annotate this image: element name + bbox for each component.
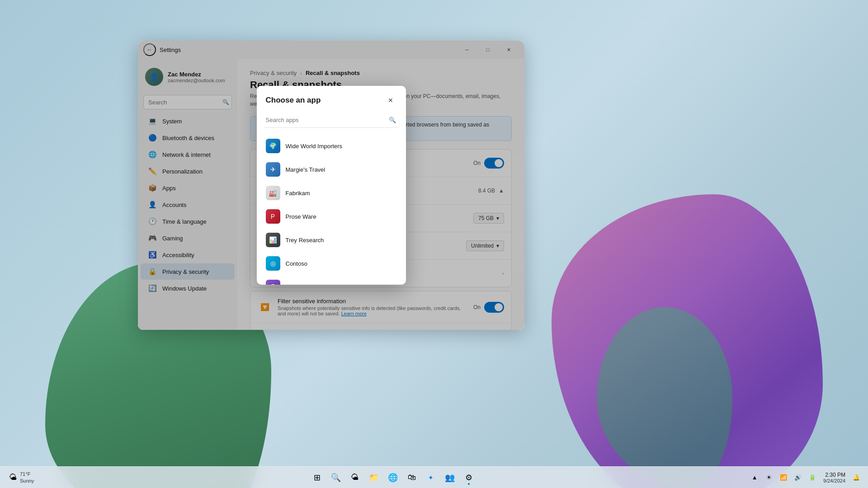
taskbar-center: ⊞ 🔍 🌤 📁 🌐 🛍 ✦ 👥 ⚙	[43, 469, 743, 486]
widgets-icon[interactable]: 🌤	[347, 469, 363, 486]
clock[interactable]: 2:30 PM 9/24/2024	[820, 472, 849, 483]
windows-start-icon[interactable]: ⊞	[309, 469, 325, 486]
app-name-tr: Trey Research	[286, 237, 324, 244]
dialog-search-input[interactable]	[264, 112, 399, 127]
app-icon-pw: P	[266, 209, 280, 224]
dialog-search-icon: 🔍	[389, 117, 396, 123]
app-item-con[interactable]: ◎ Contoso	[257, 252, 406, 275]
app-icon-tr: 📊	[266, 233, 280, 247]
taskbar-left: 🌤 71°F Sunny	[0, 469, 43, 486]
app-item-pw[interactable]: P Prose Ware	[257, 205, 406, 228]
notification-icon[interactable]: 🔔	[850, 469, 863, 486]
app-item-cm[interactable]: 💬 Consolidated Messenger	[257, 275, 406, 285]
choose-app-dialog: Choose an app ✕ 🔍 🌍 Wide World Importers…	[257, 86, 406, 285]
clock-date: 9/24/2024	[823, 478, 845, 483]
tray-network-icon[interactable]: 📶	[777, 469, 790, 486]
weather-text: 71°F Sunny	[20, 471, 34, 484]
tray-brightness-icon[interactable]: ☀	[763, 469, 775, 486]
dialog-close-button[interactable]: ✕	[384, 94, 397, 107]
settings-taskbar-icon[interactable]: ⚙	[461, 469, 477, 486]
weather-widget[interactable]: 🌤 71°F Sunny	[5, 469, 38, 486]
app-name-cm: Consolidated Messenger	[286, 284, 351, 285]
app-name-con: Contoso	[286, 260, 307, 267]
file-explorer-icon[interactable]: 📁	[366, 469, 382, 486]
teams-icon[interactable]: 👥	[442, 469, 458, 486]
taskbar-right: ▲ ☀ 📶 🔊 🔋 2:30 PM 9/24/2024 🔔	[743, 469, 868, 486]
dialog-header: Choose an app ✕	[257, 86, 406, 112]
app-icon-wwi: 🌍	[266, 139, 280, 153]
app-item-fab[interactable]: 🏭 Fabrikam	[257, 181, 406, 205]
taskbar: 🌤 71°F Sunny ⊞ 🔍 🌤 📁 🌐 🛍 ✦ 👥 ⚙ ▲ ☀ 📶 🔊 🔋…	[0, 466, 868, 488]
app-name-wwi: Wide World Importers	[286, 143, 342, 150]
tray-battery-icon[interactable]: 🔋	[806, 469, 819, 486]
store-icon[interactable]: 🛍	[404, 469, 420, 486]
system-tray: ▲ ☀ 📶 🔊 🔋	[748, 469, 819, 486]
app-icon-mt: ✈	[266, 162, 280, 177]
taskbar-search-icon[interactable]: 🔍	[328, 469, 344, 486]
app-icon-con: ◎	[266, 256, 280, 271]
copilot-icon[interactable]: ✦	[423, 469, 439, 486]
dialog-overlay[interactable]: Choose an app ✕ 🔍 🌍 Wide World Importers…	[138, 41, 524, 330]
tray-volume-icon[interactable]: 🔊	[792, 469, 804, 486]
app-icon-cm: 💬	[266, 280, 280, 285]
dialog-search-container: 🔍	[264, 112, 399, 128]
app-item-tr[interactable]: 📊 Trey Research	[257, 228, 406, 252]
dialog-title: Choose an app	[266, 96, 321, 105]
settings-window: ← Settings ─ □ ✕ 👤 Zac Mendez zacmendez@…	[138, 41, 524, 330]
app-item-mt[interactable]: ✈ Margie's Travel	[257, 158, 406, 181]
app-icon-fab: 🏭	[266, 186, 280, 200]
clock-time: 2:30 PM	[825, 472, 845, 478]
edge-icon[interactable]: 🌐	[385, 469, 401, 486]
app-name-pw: Prose Ware	[286, 213, 316, 220]
app-name-fab: Fabrikam	[286, 190, 310, 197]
weather-icon: 🌤	[9, 473, 17, 482]
tray-expand-icon[interactable]: ▲	[748, 469, 761, 486]
weather-temp: 71°F	[20, 471, 34, 477]
weather-condition: Sunny	[20, 478, 34, 484]
app-name-mt: Margie's Travel	[286, 166, 326, 173]
app-list: 🌍 Wide World Importers ✈ Margie's Travel…	[257, 132, 406, 285]
app-item-wwi[interactable]: 🌍 Wide World Importers	[257, 134, 406, 158]
